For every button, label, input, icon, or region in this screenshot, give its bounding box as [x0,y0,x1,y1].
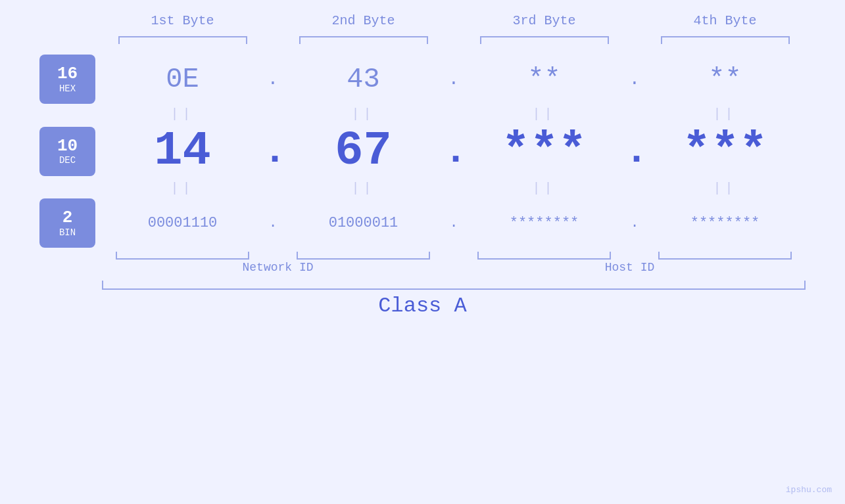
bin-dot1: . [268,215,277,231]
dec-label: DEC [59,155,76,166]
dec-badge: 10 DEC [39,127,95,176]
dec-b2: 67 [335,124,391,178]
host-bracket-b3 [477,252,611,260]
dec-b1: 14 [154,124,210,178]
bin-dot2: . [449,215,458,231]
hex-b2: 43 [347,64,379,95]
dec-number: 10 [57,137,78,156]
hex-label: HEX [59,83,76,94]
hex-number: 16 [57,64,78,83]
eq1-b1: || [170,106,194,122]
eq2-b2: || [351,181,375,196]
eq1-b4: || [713,106,736,122]
hex-b1: 0E [166,64,199,95]
hex-dot1: . [268,69,279,89]
network-bracket-b1 [116,252,249,260]
watermark: ipshu.com [786,485,832,495]
hex-b3: ** [527,64,560,95]
class-bracket [102,281,806,290]
main-container: 1st Byte 2nd Byte 3rd Byte 4th Byte [0,0,845,504]
eq2-b1: || [170,181,194,196]
byte2-header: 2nd Byte [283,13,444,28]
bin-label: BIN [59,227,76,238]
eq2-b3: || [532,181,556,196]
hex-dot3: . [629,69,640,89]
eq1-b2: || [351,106,375,122]
eq1-b3: || [532,106,556,122]
bin-b4: ******** [690,215,760,231]
byte3-header: 3rd Byte [464,13,625,28]
class-label: Class A [378,294,466,318]
network-bracket-b2 [297,252,430,260]
dec-b4: *** [683,124,768,178]
bracket-byte3 [480,36,609,44]
bin-b2: 01000011 [329,215,398,231]
bin-badge: 2 BIN [39,198,95,248]
dec-b3: *** [502,124,587,178]
byte4-header: 4th Byte [644,13,806,28]
bracket-byte1 [118,36,247,44]
host-bracket-b4 [658,252,792,260]
bracket-byte2 [299,36,428,44]
hex-badge: 16 HEX [39,55,95,104]
bin-number: 2 [62,208,73,227]
eq2-b4: || [713,181,736,196]
bin-b3: ******** [510,215,579,231]
network-id-label: Network ID [102,261,454,274]
bin-b1: 00001110 [148,215,218,231]
bracket-byte4 [661,36,790,44]
byte1-header: 1st Byte [102,13,263,28]
hex-b4: ** [708,64,741,95]
host-id-label: Host ID [454,261,806,274]
hex-dot2: . [448,69,460,89]
bin-dot3: . [630,215,639,231]
